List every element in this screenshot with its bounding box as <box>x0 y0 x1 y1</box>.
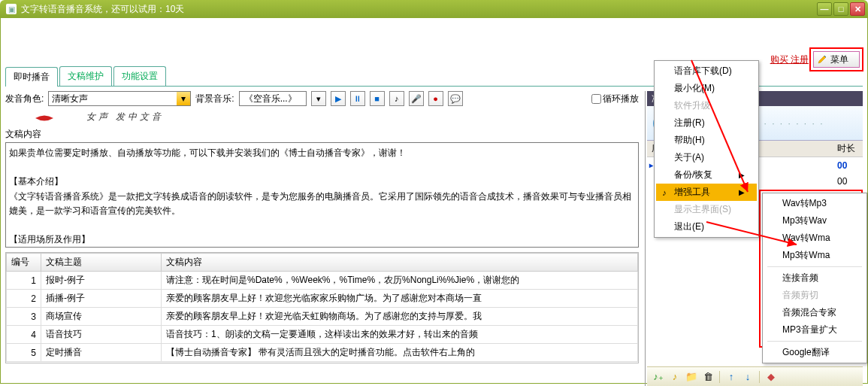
speech-bubble-icon[interactable]: 💬 <box>448 91 463 106</box>
menu-button[interactable]: 菜单 <box>813 51 860 68</box>
app-icon: ▣ <box>6 4 17 14</box>
table-row[interactable]: 2插播-例子亲爱的顾客朋友早上好！欢迎您光临家家乐购物广场。为了感谢您对本商场一… <box>7 290 638 308</box>
submenu-item[interactable]: MP3音量扩大 <box>764 321 865 339</box>
stop-button[interactable]: ■ <box>370 91 385 106</box>
submenu-item[interactable]: Mp3转Wma <box>764 247 865 264</box>
menu-separator <box>767 266 862 267</box>
voice-role-combo[interactable]: ▾ <box>48 91 191 106</box>
col-dur: 时长 <box>837 142 863 155</box>
lips-icon <box>32 114 56 121</box>
editor-label: 文稿内容 <box>5 128 639 141</box>
play-button[interactable]: ▶ <box>331 91 346 106</box>
menu-separator <box>767 341 862 342</box>
bgm-selector[interactable]: 《空音乐...》 <box>239 91 307 106</box>
add-file-icon[interactable]: ♪ <box>668 370 682 384</box>
minimize-button[interactable]: — <box>817 2 832 16</box>
menu-item[interactable]: 帮助(H) <box>656 132 757 149</box>
voice-role-input[interactable] <box>49 92 177 105</box>
tools-submenu: Wav转Mp3Mp3转WavWav转WmaMp3转Wma连接音频音频剪切音频混合… <box>762 193 867 363</box>
voice-role-label: 发音角色: <box>5 93 44 105</box>
menu-item[interactable]: 备份/恢复▶ <box>656 166 757 184</box>
top-right-bar: 购买 注册 菜单 <box>770 51 860 68</box>
chevron-right-icon: ▶ <box>739 171 745 179</box>
col-content[interactable]: 文稿内容 <box>162 254 638 272</box>
submenu-item[interactable]: 连接音频 <box>764 269 865 287</box>
maximize-button[interactable]: □ <box>833 2 848 16</box>
note-icon: ♪ <box>659 187 670 198</box>
title-bar: ▣ 文字转语音播音系统，还可以试用：10天 — □ ✕ <box>0 0 868 18</box>
col-topic[interactable]: 文稿主题 <box>41 254 162 272</box>
clear-icon[interactable]: ◆ <box>764 370 778 384</box>
table-row[interactable]: 4语音技巧语音技巧：1、朗读的文稿一定要通顺，这样读出来的效果才好，转出来的音频 <box>7 326 638 344</box>
table-row[interactable]: 5定时播音【博士自动播音专家】 带有灵活而且强大的定时播音功能。点击软件右上角的 <box>7 344 638 362</box>
playlist-toolbar: ♪₊ ♪ 📁 🗑 ↑ ↓ ◆ <box>647 366 863 386</box>
tab-instant[interactable]: 即时播音 <box>5 67 58 87</box>
folder-icon[interactable]: 📁 <box>685 370 698 384</box>
mic-icon[interactable]: 🎤 <box>409 91 424 106</box>
chevron-right-icon: ▶ <box>739 188 745 196</box>
tab-manuscript[interactable]: 文稿维护 <box>59 66 112 86</box>
record-icon[interactable]: ● <box>428 91 443 106</box>
toolbar-sep2 <box>759 371 760 383</box>
main-dropdown-menu: 语音库下载(D)最小化(M)软件升级注册(R)帮助(H)关于(A)备份/恢复▶♪… <box>654 60 759 238</box>
submenu-item[interactable]: 音频混合专家 <box>764 304 865 321</box>
close-button[interactable]: ✕ <box>850 2 865 16</box>
col-id[interactable]: 编号 <box>7 254 41 272</box>
left-panel: 发音角色: ▾ 背景音乐: 《空音乐...》 ▾ ▶ ⏸ ■ ♪ 🎤 ● 💬 循… <box>5 91 639 386</box>
table-row[interactable]: 1报时-例子请注意：现在时间是%Date%，%Week%，%Time%，农历%N… <box>7 272 638 290</box>
pencil-icon <box>817 54 827 65</box>
window-title: 文字转语音播音系统，还可以试用：10天 <box>21 3 817 16</box>
submenu-item: 音频剪切 <box>764 287 865 304</box>
voice-description: 女声 发中文音 <box>86 111 164 123</box>
register-link[interactable]: 购买 注册 <box>770 53 809 66</box>
delete-icon[interactable]: 🗑 <box>701 370 715 384</box>
menu-item[interactable]: 退出(E) <box>656 218 757 236</box>
table-row[interactable]: 3商场宣传亲爱的顾客朋友早上好！欢迎光临天虹购物商场。为了感谢您的支持与厚爱。我 <box>7 308 638 326</box>
bgm-browse-button[interactable]: ▾ <box>311 91 326 106</box>
menu-item[interactable]: 语音库下载(D) <box>656 62 757 80</box>
music-note-icon[interactable]: ♪ <box>389 91 404 106</box>
toolbar-sep <box>719 371 720 383</box>
tab-settings[interactable]: 功能设置 <box>113 66 166 86</box>
submenu-item[interactable]: Google翻译 <box>764 344 865 361</box>
submenu-item[interactable]: Wav转Wma <box>764 229 865 247</box>
menu-item[interactable]: 注册(R) <box>656 114 757 132</box>
loop-checkbox[interactable]: 循环播放 <box>591 93 639 105</box>
move-down-icon[interactable]: ↓ <box>741 370 755 384</box>
menu-item[interactable]: 最小化(M) <box>656 80 757 97</box>
menu-item[interactable]: 关于(A) <box>656 149 757 166</box>
pause-button[interactable]: ⏸ <box>350 91 365 106</box>
bgm-label: 背景音乐: <box>195 93 234 105</box>
menu-item: 显示主界面(S) <box>656 201 757 218</box>
voice-subinfo: 女声 发中文音 <box>5 109 639 128</box>
submenu-item[interactable]: Wav转Mp3 <box>764 195 865 212</box>
voice-controls: 发音角色: ▾ 背景音乐: 《空音乐...》 ▾ ▶ ⏸ ■ ♪ 🎤 ● 💬 循… <box>5 91 639 106</box>
submenu-item[interactable]: Mp3转Wav <box>764 212 865 229</box>
menu-button-label: 菜单 <box>830 53 848 66</box>
menu-item[interactable]: ♪增强工具▶ <box>656 184 757 201</box>
manuscript-table: 编号 文稿主题 文稿内容 1报时-例子请注意：现在时间是%Date%，%Week… <box>5 252 639 363</box>
menu-item: 软件升级 <box>656 97 757 114</box>
chevron-down-icon[interactable]: ▾ <box>177 92 190 105</box>
add-music-icon[interactable]: ♪₊ <box>652 370 665 384</box>
loop-input[interactable] <box>591 94 601 104</box>
window-controls: — □ ✕ <box>817 2 865 16</box>
move-up-icon[interactable]: ↑ <box>724 370 738 384</box>
manuscript-textarea[interactable]: 如果贵单位需要定时播放、自动播放等功能，可以下载并安装我们的《博士自动播音专家》… <box>5 142 639 248</box>
